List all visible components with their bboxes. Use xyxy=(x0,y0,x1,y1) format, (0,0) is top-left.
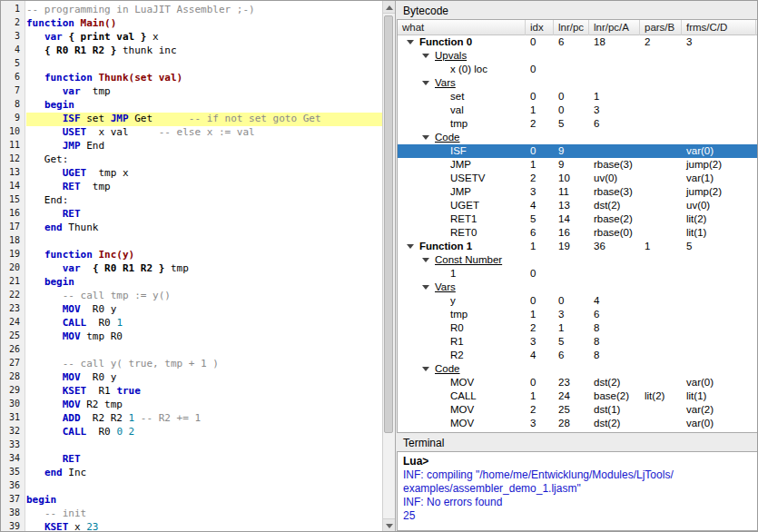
bytecode-row[interactable]: MOV225dst(1)var(2) xyxy=(398,403,757,417)
code-line[interactable]: -- init xyxy=(26,507,382,521)
bytecode-row[interactable]: Code xyxy=(398,131,757,144)
bytecode-tree-cell: MOV xyxy=(398,417,526,430)
code-line[interactable]: { R0 R1 R2 } thunk inc xyxy=(26,44,382,58)
code-line[interactable] xyxy=(26,58,382,72)
column-header-pars-b[interactable]: pars/B xyxy=(640,20,682,35)
bytecode-row[interactable]: UGET413dst(2)uv(0) xyxy=(398,199,757,212)
code-line[interactable]: MOV R2 tmp xyxy=(26,399,382,412)
bytecode-row-selected[interactable]: ISF09var(0) xyxy=(398,144,757,158)
code-line[interactable]: MOV R0 y xyxy=(26,303,382,317)
line-number: 23 xyxy=(1,303,25,317)
bytecode-row[interactable]: CALL124base(2)lit(2)lit(1) xyxy=(398,389,757,403)
code-line[interactable]: function Main() xyxy=(26,17,382,31)
code-line[interactable]: function Inc(y) xyxy=(26,249,382,262)
scroll-down-button[interactable] xyxy=(383,518,395,531)
expander-icon[interactable] xyxy=(407,35,419,49)
bytecode-row[interactable]: tmp136 xyxy=(398,308,757,321)
code-line[interactable]: RET xyxy=(26,453,382,467)
code-line[interactable]: MOV tmp R0 xyxy=(26,330,382,344)
code-line[interactable]: Get: xyxy=(26,153,382,167)
code-editor[interactable]: 1234567891011121314151617181920212223242… xyxy=(1,1,396,531)
column-header-what[interactable]: what xyxy=(398,20,526,35)
bytecode-row[interactable]: MOV328dst(2)var(0) xyxy=(398,417,757,430)
bytecode-row[interactable]: JMP19rbase(3)jump(2) xyxy=(398,158,757,172)
code-line[interactable]: begin xyxy=(26,494,382,507)
code-line[interactable]: CALL R0 0 2 xyxy=(26,426,382,439)
bytecode-cell: 0 xyxy=(554,294,589,308)
bytecode-row[interactable]: x (0) loc0 xyxy=(398,63,757,76)
column-header-frms-c-d[interactable]: frms/C/D xyxy=(682,20,756,35)
terminal-output[interactable]: Lua>INF: compiling "/home/me/Entwicklung… xyxy=(397,451,758,531)
expander-icon[interactable] xyxy=(422,131,435,144)
code-line[interactable]: UGET tmp x xyxy=(26,167,382,181)
code-token: 1 xyxy=(116,317,123,329)
code-line[interactable]: var { print val } x xyxy=(26,31,382,44)
bytecode-row[interactable]: RET1514rbase(2)lit(2) xyxy=(398,212,757,226)
bytecode-row[interactable]: Function 0061823 xyxy=(398,35,757,49)
code-line[interactable]: ADD R2 R2 1 -- R2 += 1 xyxy=(26,412,382,426)
code-line[interactable]: KSET x 23 xyxy=(26,521,382,531)
code-line[interactable]: RET tmp xyxy=(26,181,382,194)
code-line[interactable]: KSET R1 true xyxy=(26,385,382,399)
bytecode-tree-cell: Const Number xyxy=(398,253,526,267)
bytecode-row[interactable]: R1358 xyxy=(398,335,757,349)
code-line[interactable] xyxy=(26,439,382,453)
column-header-idx[interactable]: idx xyxy=(526,20,554,35)
bytecode-row[interactable]: RET0616rbase(0)lit(1) xyxy=(398,226,757,240)
bytecode-row[interactable]: y004 xyxy=(398,294,757,308)
bytecode-cell xyxy=(640,49,682,63)
code-line[interactable]: begin xyxy=(26,276,382,290)
scroll-up-button[interactable] xyxy=(383,1,395,14)
bytecode-row[interactable]: R2468 xyxy=(398,349,757,362)
code-line[interactable]: MOV R0 y xyxy=(26,371,382,385)
bytecode-row[interactable]: Upvals xyxy=(398,49,757,63)
code-line[interactable]: function Thunk(set val) xyxy=(26,72,382,85)
code-line[interactable]: -- call tmp := y() xyxy=(26,290,382,303)
column-header-lnr-pc-a[interactable]: lnr/pc/A xyxy=(589,20,640,35)
bytecode-row[interactable]: Vars xyxy=(398,281,757,294)
column-header-lnr-pc[interactable]: lnr/pc xyxy=(554,20,589,35)
bytecode-row[interactable]: MOV023dst(2)var(0) xyxy=(398,376,757,389)
bytecode-row[interactable]: JMP311rbase(3)jump(2) xyxy=(398,185,757,199)
bytecode-row[interactable]: R0218 xyxy=(398,321,757,335)
code-line[interactable] xyxy=(26,235,382,249)
code-line[interactable]: end Inc xyxy=(26,467,382,480)
code-line[interactable]: begin xyxy=(26,99,382,113)
code-lines[interactable]: -- programming in LuaJIT Assembler ;-)fu… xyxy=(26,1,382,531)
expander-icon[interactable] xyxy=(407,240,419,253)
bytecode-row[interactable]: Function 11193615 xyxy=(398,240,757,253)
bytecode-row[interactable]: Vars xyxy=(398,76,757,90)
code-line[interactable]: var { R0 R1 R2 } tmp xyxy=(26,262,382,276)
code-line[interactable]: JMP End xyxy=(26,140,382,153)
scrollbar-thumb[interactable] xyxy=(384,15,393,433)
line-number: 31 xyxy=(1,412,25,426)
expander-icon[interactable] xyxy=(422,49,435,63)
editor-vertical-scrollbar[interactable] xyxy=(382,1,395,531)
code-token: USET xyxy=(63,126,87,138)
bytecode-row[interactable]: set001 xyxy=(398,90,757,103)
expander-icon[interactable] xyxy=(422,253,435,267)
bytecode-cell xyxy=(589,281,640,294)
bytecode-row[interactable]: val103 xyxy=(398,103,757,117)
code-line[interactable]: End: xyxy=(26,194,382,208)
bytecode-row[interactable]: Code xyxy=(398,362,757,376)
expander-icon[interactable] xyxy=(422,281,435,294)
code-line[interactable] xyxy=(26,344,382,358)
bytecode-row[interactable]: Const Number xyxy=(398,253,757,267)
bytecode-row[interactable]: 10 xyxy=(398,267,757,281)
code-line[interactable]: USET x val -- else x := val xyxy=(26,126,382,140)
bytecode-row[interactable]: USETV210uv(0)var(1) xyxy=(398,172,757,185)
code-line-highlighted[interactable]: ISF set JMP Get -- if not set goto Get xyxy=(26,113,382,126)
code-line[interactable]: RET xyxy=(26,208,382,222)
code-line[interactable] xyxy=(26,480,382,494)
code-line[interactable]: CALL R0 1 xyxy=(26,317,382,330)
bytecode-cell: 6 xyxy=(554,35,589,49)
code-line[interactable]: end Thunk xyxy=(26,222,382,235)
expander-icon[interactable] xyxy=(422,362,435,376)
code-token: Thunk xyxy=(63,222,99,233)
code-line[interactable]: -- call y( true, tmp + 1 ) xyxy=(26,358,382,371)
bytecode-row[interactable]: tmp256 xyxy=(398,117,757,131)
code-line[interactable]: -- programming in LuaJIT Assembler ;-) xyxy=(26,4,382,17)
code-line[interactable]: var tmp xyxy=(26,85,382,99)
expander-icon[interactable] xyxy=(422,76,435,90)
